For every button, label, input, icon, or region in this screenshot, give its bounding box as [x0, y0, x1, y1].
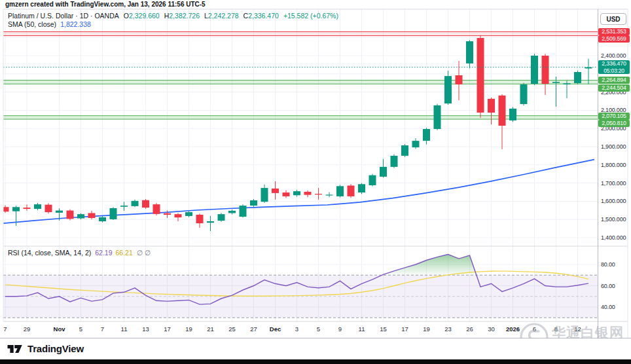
time-axis-label: Nov [54, 325, 65, 333]
rsi-axis-label: 80.00 [601, 261, 615, 268]
time-axis-label: 17 [164, 325, 171, 333]
rsi-axis-label: 40.00 [601, 304, 615, 310]
time-axis-label: 5 [79, 325, 82, 333]
time-axis-label: 11 [359, 325, 365, 333]
time-axis-label: 8 [554, 325, 558, 333]
high-value: 2,382.726 [169, 12, 200, 20]
change-value: +15.582 (+0.67%) [283, 12, 338, 20]
tradingview-chart-screenshot: gmzern created with TradingView.com, Jan… [0, 0, 631, 364]
time-axis-label: 12 [574, 325, 581, 333]
time-axis-label: 3 [295, 325, 298, 333]
rsi-value: 62.19 [95, 249, 112, 257]
time-axis[interactable]: 729Nov5711131719212527Dec359111517192326… [0, 321, 598, 338]
rsi-label: RSI (14, close, SMA, 14, 2) [8, 249, 91, 257]
time-axis-label: 7 [101, 325, 104, 333]
sma-label: SMA (50, close) [8, 20, 56, 28]
time-axis-label: 23 [444, 325, 452, 333]
rsi-axis-label: 60.00 [601, 283, 615, 289]
bottom-black-strip [0, 359, 631, 364]
sma-legend[interactable]: SMA (50, close)1,822.338 [8, 20, 91, 28]
time-axis-label: 27 [250, 325, 257, 333]
rsi-legend[interactable]: RSI (14, close, SMA, 14, 2)62.1966.21∅ ∅ [8, 249, 151, 257]
time-axis-label: 29 [24, 325, 31, 333]
rsi-ma-value: 66.21 [116, 249, 133, 257]
time-axis-label: 19 [185, 325, 192, 333]
time-axis-label: 26 [466, 325, 473, 333]
sma-value: 1,822.338 [60, 20, 91, 28]
time-axis-label: 17 [401, 325, 408, 333]
attribution-text: gmzern created with TradingView.com, Jan… [5, 1, 206, 8]
time-axis-label: 5 [317, 325, 320, 333]
time-axis-label: Dec [270, 325, 281, 333]
time-axis-label: 11 [121, 325, 128, 333]
time-axis-label: 13 [142, 325, 149, 333]
open-value: 2,329.660 [129, 12, 160, 20]
low-value: 2,242.278 [208, 12, 239, 20]
chart-canvas[interactable] [0, 0, 631, 364]
footer-bar: TradingView [0, 338, 631, 359]
time-axis-label: 2026 [506, 325, 520, 333]
time-axis-label: 15 [380, 325, 387, 333]
time-axis-label: 19 [423, 325, 430, 333]
tradingview-logo-icon [7, 342, 24, 355]
time-axis-label: 7 [3, 325, 7, 333]
time-axis-label: 30 [488, 325, 495, 333]
open-label: O [124, 12, 129, 20]
rsi-axis[interactable]: 80.0060.0040.00 [598, 0, 631, 364]
rsi-empty-values: ∅ ∅ [137, 249, 151, 257]
time-axis-label: 9 [338, 325, 342, 333]
symbol-legend[interactable]: Platinum / U.S. Dollar · 1D · OANDAO2,32… [8, 12, 338, 20]
close-value: 2,336.470 [248, 12, 279, 20]
time-axis-label: 6 [533, 325, 536, 333]
time-axis-label: 21 [207, 325, 214, 333]
time-axis-label: 25 [228, 325, 236, 333]
symbol-title: Platinum / U.S. Dollar · 1D · OANDA [8, 12, 119, 20]
tradingview-brand-link[interactable]: TradingView [27, 343, 84, 354]
